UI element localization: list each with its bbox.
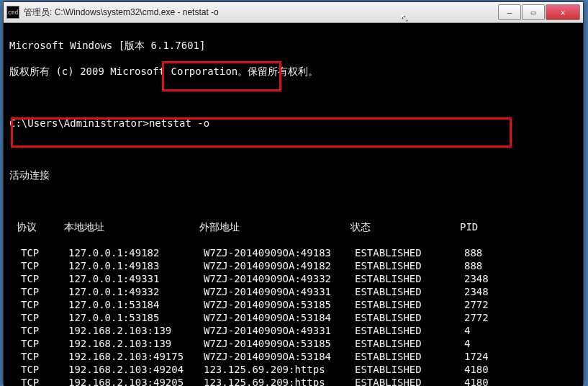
terminal-output[interactable]: Microsoft Windows [版本 6.1.7601] 版权所有 (c)… xyxy=(4,23,583,386)
cell-pid: 4180 xyxy=(464,376,515,386)
cell-foreign: 123.125.69.209:https xyxy=(204,363,355,376)
table-row: TCP192.168.2.103:139W7ZJ-20140909OA:4933… xyxy=(9,324,577,337)
cell-state: ESTABLISHED xyxy=(355,324,464,337)
cell-proto: TCP xyxy=(9,350,68,363)
cell-state: ESTABLISHED xyxy=(355,363,464,376)
cell-state: ESTABLISHED xyxy=(355,350,464,363)
table-row: TCP192.168.2.103:139W7ZJ-20140909OA:5318… xyxy=(9,337,577,350)
cell-pid: 2348 xyxy=(464,272,515,285)
prompt-text: C:\Users\Administrator> xyxy=(9,117,149,129)
cell-state: ESTABLISHED xyxy=(355,259,464,272)
cell-foreign: W7ZJ-20140909OA:49331 xyxy=(204,285,355,298)
cell-proto: TCP xyxy=(9,363,68,376)
cell-foreign: W7ZJ-20140909OA:49332 xyxy=(204,272,355,285)
cell-local: 192.168.2.103:49204 xyxy=(68,363,204,376)
blank-line xyxy=(9,194,577,207)
table-row: TCP127.0.0.1:53184W7ZJ-20140909OA:53185E… xyxy=(9,298,577,311)
cell-pid: 888 xyxy=(464,246,515,259)
copyright-line: 版权所有 (c) 2009 Microsoft Corporation。保留所有… xyxy=(9,65,577,78)
cell-local: 192.168.2.103:49205 xyxy=(68,376,204,386)
cell-local: 192.168.2.103:49175 xyxy=(68,350,204,363)
table-row: TCP127.0.0.1:49332W7ZJ-20140909OA:49331E… xyxy=(9,285,577,298)
cell-foreign: W7ZJ-20140909OA:53185 xyxy=(204,298,355,311)
cell-proto: TCP xyxy=(9,337,68,350)
cell-state: ESTABLISHED xyxy=(355,298,464,311)
connections-table: TCP127.0.0.1:49182W7ZJ-20140909OA:49183E… xyxy=(9,246,577,386)
cell-local: 127.0.0.1:49332 xyxy=(68,285,204,298)
table-row: TCP127.0.0.1:49183W7ZJ-20140909OA:49182E… xyxy=(9,259,577,272)
cell-state: ESTABLISHED xyxy=(355,311,464,324)
cell-local: 192.168.2.103:139 xyxy=(68,337,204,350)
prompt-line: C:\Users\Administrator>netstat -o xyxy=(9,117,577,130)
cell-local: 127.0.0.1:49331 xyxy=(68,272,204,285)
cell-pid: 2772 xyxy=(464,298,515,311)
header-pid: PID xyxy=(460,220,510,233)
cell-foreign: W7ZJ-20140909OA:53184 xyxy=(204,311,355,324)
cell-foreign: W7ZJ-20140909OA:53184 xyxy=(204,350,355,363)
table-row: TCP127.0.0.1:49182W7ZJ-20140909OA:49183E… xyxy=(9,246,577,259)
header-proto: 协议 xyxy=(9,220,64,233)
cell-proto: TCP xyxy=(9,246,68,259)
cell-proto: TCP xyxy=(9,298,68,311)
window-title: 管理员: C:\Windows\system32\cmd.exe - netst… xyxy=(24,6,498,19)
cell-pid: 2348 xyxy=(464,285,515,298)
cell-pid: 888 xyxy=(464,259,515,272)
close-button[interactable]: ✕ xyxy=(546,4,580,20)
table-header: 协议本地地址外部地址状态PID xyxy=(9,220,577,233)
cell-proto: TCP xyxy=(9,272,68,285)
cell-proto: TCP xyxy=(9,285,68,298)
title-bar[interactable]: cmd 管理员: C:\Windows\system32\cmd.exe - n… xyxy=(4,2,583,23)
active-connections-label: 活动连接 xyxy=(9,169,577,181)
cell-foreign: 123.125.69.209:https xyxy=(204,376,355,386)
table-row: TCP192.168.2.103:49204123.125.69.209:htt… xyxy=(9,363,577,376)
table-row: TCP192.168.2.103:49205123.125.69.209:htt… xyxy=(9,376,577,386)
cell-foreign: W7ZJ-20140909OA:49183 xyxy=(204,246,355,259)
maximize-button[interactable]: ▭ xyxy=(522,4,545,20)
cmd-icon: cmd xyxy=(6,6,19,19)
command-text: netstat -o xyxy=(149,117,209,129)
cell-state: ESTABLISHED xyxy=(355,285,464,298)
blank-line xyxy=(9,91,577,104)
cell-local: 127.0.0.1:49183 xyxy=(68,259,204,272)
cell-pid: 2772 xyxy=(464,311,515,324)
cell-foreign: W7ZJ-20140909OA:49331 xyxy=(204,324,355,337)
header-state: 状态 xyxy=(350,220,460,233)
cell-state: ESTABLISHED xyxy=(355,272,464,285)
minimize-button[interactable]: — xyxy=(498,4,521,20)
cell-local: 127.0.0.1:53184 xyxy=(68,298,204,311)
window-controls: — ▭ ✕ xyxy=(498,4,580,20)
table-row: TCP127.0.0.1:53185W7ZJ-20140909OA:53184E… xyxy=(9,311,577,324)
cell-state: ESTABLISHED xyxy=(355,246,464,259)
cell-proto: TCP xyxy=(9,324,68,337)
cmd-window: cmd 管理员: C:\Windows\system32\cmd.exe - n… xyxy=(3,1,584,385)
header-foreign: 外部地址 xyxy=(199,220,350,233)
blank-line xyxy=(9,143,577,156)
os-version-line: Microsoft Windows [版本 6.1.7601] xyxy=(9,39,577,52)
cell-proto: TCP xyxy=(9,259,68,272)
cell-pid: 1724 xyxy=(464,350,515,363)
cell-local: 127.0.0.1:53185 xyxy=(68,311,204,324)
cell-pid: 4 xyxy=(464,337,515,350)
cell-foreign: W7ZJ-20140909OA:53185 xyxy=(204,337,355,350)
cell-pid: 4180 xyxy=(464,363,515,376)
cell-state: ESTABLISHED xyxy=(355,376,464,386)
cell-local: 127.0.0.1:49182 xyxy=(68,246,204,259)
cell-proto: TCP xyxy=(9,311,68,324)
cell-foreign: W7ZJ-20140909OA:49182 xyxy=(204,259,355,272)
table-row: TCP127.0.0.1:49331W7ZJ-20140909OA:49332E… xyxy=(9,272,577,285)
cell-state: ESTABLISHED xyxy=(355,337,464,350)
cell-pid: 4 xyxy=(464,324,515,337)
cell-proto: TCP xyxy=(9,376,68,386)
table-row: TCP192.168.2.103:49175W7ZJ-20140909OA:53… xyxy=(9,350,577,363)
header-local: 本地地址 xyxy=(64,220,199,233)
cell-local: 192.168.2.103:139 xyxy=(68,324,204,337)
